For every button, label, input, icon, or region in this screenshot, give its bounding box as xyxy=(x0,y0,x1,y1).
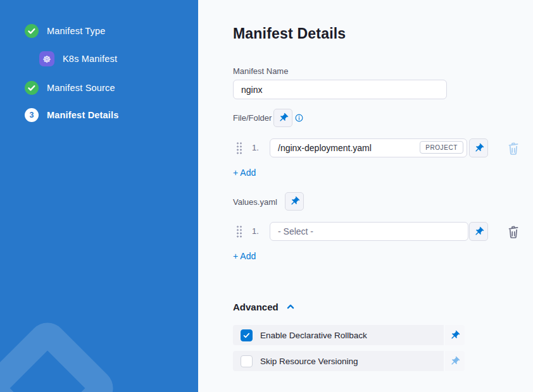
values-yaml-pin-button[interactable] xyxy=(285,192,304,211)
pin-icon xyxy=(473,226,484,237)
advanced-option-row: Enable Declarative Rollback xyxy=(233,325,465,345)
scope-badge: PROJECT xyxy=(420,141,463,154)
step-complete-check-icon xyxy=(25,81,39,95)
step-label: Manifest Details xyxy=(47,110,119,120)
step-label: K8s Manifest xyxy=(63,54,117,64)
manifest-details-panel: Manifest Details Manifest Name File/Fold… xyxy=(198,0,533,392)
sidebar-substep-k8s-manifest[interactable]: ☸ K8s Manifest xyxy=(39,51,117,66)
add-values-file-link[interactable]: + Add xyxy=(233,251,256,261)
pin-icon xyxy=(473,143,484,154)
kubernetes-icon: ☸ xyxy=(39,51,54,66)
file-path-pin-button[interactable] xyxy=(469,138,488,157)
sidebar-step-manifest-source[interactable]: Manifest Source xyxy=(25,81,115,95)
drag-handle[interactable] xyxy=(236,142,242,154)
pin-icon xyxy=(449,330,460,341)
option-label: Enable Declarative Rollback xyxy=(260,331,367,340)
pin-icon xyxy=(449,356,460,367)
manifest-name-label: Manifest Name xyxy=(233,66,288,76)
trash-icon xyxy=(506,223,521,240)
sidebar-step-manifest-details[interactable]: 3 Manifest Details xyxy=(25,108,119,122)
add-file-path-link[interactable]: + Add xyxy=(233,168,256,178)
file-path-input-wrap: PROJECT xyxy=(270,138,467,157)
wizard-sidebar: Manifest Type ☸ K8s Manifest Manifest So… xyxy=(0,0,198,392)
page-title: Manifest Details xyxy=(233,25,346,42)
info-icon[interactable] xyxy=(294,113,304,123)
skip-resource-versioning-checkbox[interactable] xyxy=(241,355,253,367)
file-folder-path-pin-button[interactable] xyxy=(273,109,292,127)
chevron-up-icon xyxy=(285,301,296,312)
option-skip-resource-versioning[interactable]: Skip Resource Versioning xyxy=(233,351,444,371)
advanced-title: Advanced xyxy=(233,302,279,312)
values-yaml-label: Values.yaml xyxy=(233,197,277,207)
option-enable-declarative-rollback[interactable]: Enable Declarative Rollback xyxy=(233,325,444,345)
declarative-rollback-pin-button[interactable] xyxy=(445,325,465,345)
drag-handle[interactable] xyxy=(236,225,242,238)
step-number-badge: 3 xyxy=(25,108,39,122)
row-index: 1. xyxy=(252,143,259,152)
delete-file-path-button[interactable] xyxy=(506,140,521,156)
values-file-select[interactable]: - Select - xyxy=(270,222,468,241)
option-label: Skip Resource Versioning xyxy=(260,357,358,366)
advanced-section-toggle[interactable]: Advanced xyxy=(233,301,296,312)
file-folder-path-label-row: File/Folder Path xyxy=(233,113,304,123)
values-file-pin-button[interactable] xyxy=(469,222,488,241)
checkmark-icon xyxy=(242,331,251,340)
step-complete-check-icon xyxy=(25,24,39,38)
step-label: Manifest Source xyxy=(47,83,115,93)
manifest-name-input[interactable] xyxy=(233,80,447,99)
skip-resource-versioning-pin-button[interactable] xyxy=(445,351,465,371)
delete-values-file-button[interactable] xyxy=(506,223,521,240)
advanced-option-row: Skip Resource Versioning xyxy=(233,351,465,371)
trash-icon xyxy=(506,140,521,156)
declarative-rollback-checkbox[interactable] xyxy=(241,329,253,341)
pin-icon xyxy=(289,196,300,207)
row-index: 1. xyxy=(252,226,259,236)
harness-logo-watermark xyxy=(0,315,121,392)
pin-icon xyxy=(278,113,289,123)
sidebar-step-manifest-type[interactable]: Manifest Type xyxy=(25,24,106,38)
step-label: Manifest Type xyxy=(47,26,106,36)
